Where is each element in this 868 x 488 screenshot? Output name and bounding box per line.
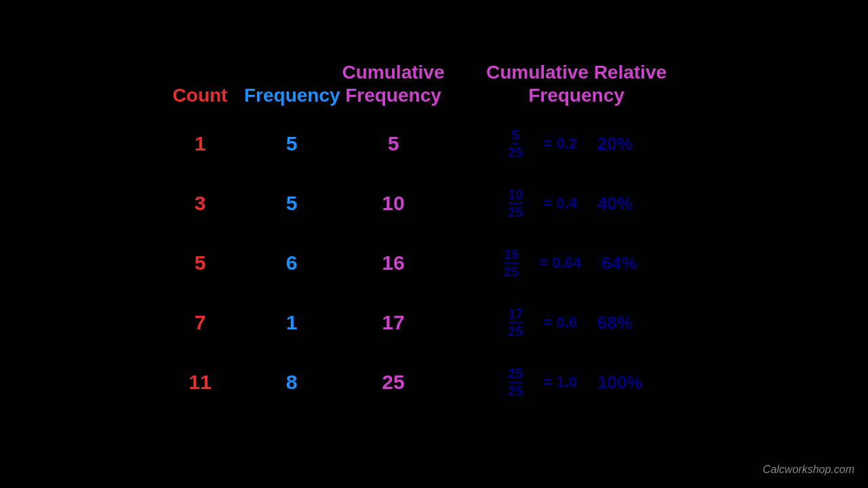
percent-2: 64% (601, 253, 649, 274)
cell-cumfreq-4: 25 (339, 371, 448, 394)
decimal-1: = 0.4 (543, 195, 577, 212)
cell-cumfreq-2: 16 (339, 251, 448, 274)
percent-0: 20% (597, 134, 645, 155)
table-row: 1 5 5 5 25 = 0.2 20% (156, 120, 800, 167)
decimal-3: = 0.6 (543, 314, 577, 331)
table-row: 7 1 17 17 25 = 0.6 68% (156, 299, 800, 346)
percent-4: 100% (597, 372, 645, 393)
cell-count-4: 11 (156, 371, 244, 394)
fraction-num-4: 25 (508, 367, 523, 383)
header-cumulative-relative-frequency: Cumulative Relative Frequency (448, 61, 705, 106)
percent-3: 68% (597, 312, 645, 333)
cell-cumrelfreq-1: 10 25 = 0.4 40% (448, 188, 705, 219)
fraction-1: 10 25 (508, 188, 523, 219)
percent-1: 40% (597, 193, 645, 214)
fraction-den-1: 25 (508, 204, 523, 219)
table-body: 1 5 5 5 25 = 0.2 20% 3 5 10 10 25 = 0.4 (156, 120, 800, 406)
decimal-4: = 1.0 (543, 373, 577, 391)
cell-cumfreq-1: 10 (339, 192, 448, 215)
table-row: 5 6 16 16 25 = 0.64 64% (156, 239, 800, 287)
fraction-num-2: 16 (504, 247, 519, 264)
fraction-den-3: 25 (508, 323, 523, 338)
header-count: Count (156, 84, 244, 107)
cell-freq-3: 1 (244, 311, 339, 334)
fraction-den-4: 25 (508, 383, 523, 398)
cell-cumrelfreq-4: 25 25 = 1.0 100% (448, 367, 705, 398)
header-cumulative-frequency: Cumulative Frequency (339, 61, 448, 106)
cell-cumfreq-0: 5 (339, 132, 448, 155)
header-frequency: Frequency (244, 84, 339, 107)
fraction-num-0: 5 (512, 128, 519, 144)
cell-cumrelfreq-0: 5 25 = 0.2 20% (448, 128, 705, 159)
fraction-2: 16 25 (504, 247, 519, 279)
cell-cumfreq-3: 17 (339, 311, 448, 334)
decimal-0: = 0.2 (543, 135, 577, 152)
cell-freq-1: 5 (244, 192, 339, 215)
cell-count-3: 7 (156, 311, 244, 334)
fraction-0: 5 25 (508, 128, 523, 159)
cell-count-0: 1 (156, 132, 244, 155)
cell-count-2: 5 (156, 251, 244, 274)
table-row: 3 5 10 10 25 = 0.4 40% (156, 180, 800, 227)
cell-freq-0: 5 (244, 132, 339, 155)
fraction-den-2: 25 (504, 264, 519, 279)
cell-freq-4: 8 (244, 371, 339, 394)
cell-cumrelfreq-3: 17 25 = 0.6 68% (448, 307, 705, 338)
cell-freq-2: 6 (244, 251, 339, 274)
watermark: Calcworkshop.com (763, 464, 854, 476)
cell-count-1: 3 (156, 192, 244, 215)
fraction-num-1: 10 (508, 188, 523, 204)
cell-cumrelfreq-2: 16 25 = 0.64 64% (448, 247, 705, 279)
fraction-3: 17 25 (508, 307, 523, 338)
decimal-2: = 0.64 (539, 254, 581, 272)
fraction-den-0: 25 (508, 144, 523, 159)
fraction-num-3: 17 (508, 307, 523, 323)
fraction-4: 25 25 (508, 367, 523, 398)
table-row: 11 8 25 25 25 = 1.0 100% (156, 359, 800, 406)
table-header: Count Frequency Cumulative Frequency Cum… (156, 61, 800, 106)
frequency-table: Count Frequency Cumulative Frequency Cum… (156, 61, 800, 418)
